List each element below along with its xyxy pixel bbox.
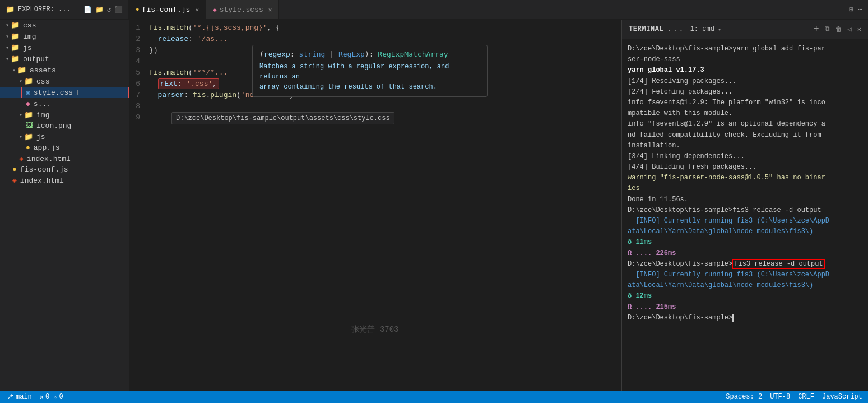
main-content: ▾ 📁 css ▾ 📁 img ▾ 📁 js ▾ 📁 output	[0, 20, 868, 391]
status-branch[interactable]: ⎇ main	[6, 393, 32, 401]
tab-style-icon: ◆	[213, 6, 217, 13]
sidebar-item-s-scss[interactable]: ◆ s...	[0, 98, 129, 109]
explorer-title: EXPLORER: ...	[18, 6, 71, 13]
terminal-controls: + ⧉ 🗑 ◁ ✕	[814, 24, 861, 34]
filepath-tooltip: D:\zce\Desktop\fis-sample\output\assets\…	[171, 112, 394, 124]
sidebar-item-index-html-label: index.html	[20, 177, 64, 185]
more-actions-icon[interactable]: ⋯	[858, 5, 862, 14]
tooltip-overlay: (regexp: string | RegExp): RegExpMatchAr…	[252, 45, 488, 97]
terminal-title-label: TERMINAL	[629, 25, 663, 33]
tab-style-close[interactable]: ✕	[268, 6, 272, 13]
file-js-icon: ●	[26, 143, 30, 152]
sidebar-item-css-root[interactable]: ▾ 📁 css	[0, 20, 129, 31]
status-errors[interactable]: ✕ 0 ⚠ 0	[40, 393, 63, 401]
terminal-add-icon[interactable]: +	[814, 24, 819, 34]
status-bar: ⎇ main ✕ 0 ⚠ 0 Spaces: 2 UTF-8 CRLF Java…	[0, 391, 868, 403]
explorer-label: 📁 EXPLORER: ... 📄 📁 ↺ ⬛	[0, 0, 129, 19]
filepath-tooltip-text: D:\zce\Desktop\fis-sample\output\assets\…	[176, 114, 390, 122]
sidebar-item-css-sub-label: css	[36, 77, 49, 86]
file-html-icon: ◈	[12, 176, 17, 185]
terminal-line-delta1: δ 11ms	[628, 237, 862, 248]
new-folder-icon[interactable]: 📁	[95, 6, 104, 14]
terminal-body[interactable]: D:\zce\Desktop\fis-sample>yarn global ad…	[622, 39, 868, 391]
tab-style-scss[interactable]: ◆ style.scss ✕	[206, 0, 279, 19]
folder-js-sub-icon: 📁	[24, 132, 33, 141]
terminal-line-11: D:\zce\Desktop\fis-sample>fis3 release -…	[628, 205, 862, 216]
folder-css-sub-icon: 📁	[24, 77, 33, 86]
folder-js-icon: 📁	[11, 43, 20, 52]
terminal-line-4: [2/4] Fetching packages...	[628, 87, 862, 98]
terminal-close-icon[interactable]: ✕	[857, 25, 861, 34]
terminal-line-5: info fsevents@1.2.9: The platform "win32…	[628, 98, 862, 119]
terminal-line-2: yarn global v1.17.3	[628, 65, 862, 76]
chevron-down-icon: ▾	[6, 22, 9, 29]
sidebar-item-output[interactable]: ▾ 📁 output	[0, 53, 129, 64]
refresh-icon[interactable]: ↺	[107, 6, 111, 14]
folder-assets-icon: 📁	[17, 66, 26, 75]
sidebar-item-css-label: css	[23, 21, 36, 30]
folder-output-icon: 📁	[11, 54, 20, 63]
branch-icon: ⎇	[6, 393, 13, 401]
app-root: 📁 EXPLORER: ... 📄 📁 ↺ ⬛ ● fis-conf.js ✕ …	[0, 0, 868, 403]
terminal-line-8: [4/4] Building fresh packages...	[628, 162, 862, 173]
sidebar-item-output-label: output	[23, 55, 49, 63]
tooltip-description: Matches a string with a regular expressi…	[259, 62, 480, 92]
terminal-dropdown-icon[interactable]: ▾	[718, 26, 722, 33]
terminal-line-1: D:\zce\Desktop\fis-sample>yarn global ad…	[628, 44, 862, 65]
tab-fis-conf[interactable]: ● fis-conf.js ✕	[129, 0, 206, 19]
status-spaces[interactable]: Spaces: 2	[726, 393, 762, 401]
status-lineending[interactable]: CRLF	[798, 393, 814, 401]
collapse-icon[interactable]: ⬛	[114, 6, 123, 14]
sidebar-item-img-root[interactable]: ▾ 📁 img	[0, 31, 129, 42]
status-right: Spaces: 2 UTF-8 CRLF JavaScript	[726, 393, 862, 401]
editor-scroll[interactable]: 1 2 3 4 5 6 7 8 9 fis.match('*.{js,scss,…	[129, 20, 621, 391]
file-html-sub-icon: ◈	[19, 154, 24, 163]
new-file-icon[interactable]: 📄	[83, 6, 92, 14]
title-tab-bar: 📁 EXPLORER: ... 📄 📁 ↺ ⬛ ● fis-conf.js ✕ …	[0, 0, 868, 20]
terminal-line-omega1: Ω .... 226ms	[628, 248, 862, 259]
chevron-down-icon-assets: ▾	[12, 67, 16, 73]
terminal-line-prompt: D:\zce\Desktop\fis-sample>	[628, 313, 862, 323]
folder-css-icon: 📁	[11, 21, 20, 30]
explorer-icon: 📁	[6, 5, 15, 14]
terminal-trash-icon[interactable]: 🗑	[835, 25, 842, 34]
sidebar-item-icon-png[interactable]: 🖼 icon.png	[0, 121, 129, 131]
sidebar-item-fis-conf-js[interactable]: ● fis-conf.js	[0, 164, 129, 175]
terminal-line-6: info "fsevents@1.2.9" is an optional dep…	[628, 119, 862, 151]
chevron-down-icon-css-sub: ▾	[19, 78, 22, 85]
sidebar-item-js-label: js	[23, 44, 32, 52]
sidebar-item-app-js[interactable]: ● app.js	[0, 142, 129, 153]
terminal-split-icon[interactable]: ⧉	[825, 25, 830, 33]
split-editor-icon[interactable]: ⊞	[849, 5, 853, 14]
folder-img-sub-icon: 📁	[24, 110, 33, 119]
sidebar-item-index-html[interactable]: ◈ index.html	[0, 175, 129, 186]
terminal-line-delta2: δ 12ms	[628, 291, 862, 302]
sidebar-item-index-html-sub[interactable]: ◈ index.html	[0, 153, 129, 164]
sidebar-item-js-root[interactable]: ▾ 📁 js	[0, 42, 129, 53]
tab-fis-conf-close[interactable]: ✕	[195, 6, 199, 13]
sidebar-item-assets[interactable]: ▾ 📁 assets	[0, 64, 129, 76]
editor-watermark: 张光普 3703	[351, 325, 398, 335]
sidebar-item-style-css[interactable]: ◉ style.css |	[0, 87, 129, 98]
chevron-down-icon-js: ▾	[6, 44, 9, 51]
editor-area: 1 2 3 4 5 6 7 8 9 fis.match('*.{js,scss,…	[129, 20, 621, 391]
sidebar-item-icon-png-label: icon.png	[36, 122, 71, 130]
sidebar-item-index-html-sub-label: index.html	[27, 155, 71, 163]
warning-count: 0	[59, 393, 63, 401]
error-count: 0	[45, 393, 49, 401]
sidebar-item-img-label: img	[23, 33, 36, 41]
tab-fis-conf-label: fis-conf.js	[142, 6, 191, 14]
sidebar-item-app-js-label: app.js	[34, 143, 60, 152]
warning-icon: ⚠	[53, 393, 57, 401]
sidebar-item-img-sub[interactable]: ▾ 📁 img	[0, 109, 129, 121]
status-encoding[interactable]: UTF-8	[770, 393, 790, 401]
code-line-1: fis.match('*.{js,scss,png}', {	[149, 22, 610, 34]
tab-style-label: style.scss	[220, 6, 263, 14]
status-language[interactable]: JavaScript	[822, 393, 862, 401]
error-icon: ✕	[40, 393, 44, 401]
sidebar-item-js-sub[interactable]: ▾ 📁 js	[0, 131, 129, 142]
chevron-down-icon-img-sub: ▾	[19, 112, 22, 118]
sidebar-item-css-sub[interactable]: ▾ 📁 css	[0, 76, 129, 87]
terminal-collapse-icon[interactable]: ◁	[848, 25, 852, 34]
tab-list: ● fis-conf.js ✕ ◆ style.scss ✕	[129, 0, 279, 19]
